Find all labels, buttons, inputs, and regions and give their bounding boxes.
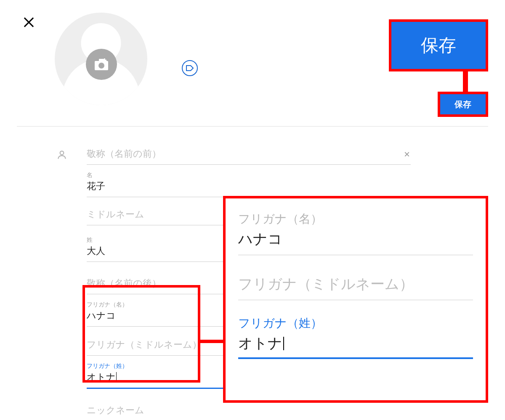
tag-icon: [186, 65, 194, 71]
camera-icon: [94, 58, 109, 71]
camera-add-button[interactable]: [86, 49, 117, 80]
nickname-placeholder: ニックネーム: [87, 405, 144, 415]
text-caret: [116, 372, 117, 381]
mag-text-caret: [283, 337, 284, 350]
annotation-magnified-panel: フリガナ（名） ハナコ フリガナ（ミドルネーム） フリガナ（姓） オトナ: [223, 196, 488, 403]
person-icon: [56, 149, 67, 162]
close-button[interactable]: [23, 17, 34, 28]
mag-phonetic-middle: フリガナ（ミドルネーム）: [238, 272, 473, 300]
prefix-placeholder: 敬称（名前の前）: [87, 148, 161, 159]
annotation-save-highlight: 保存: [389, 19, 488, 71]
phonetic-given-value: ハナコ: [87, 310, 116, 321]
mag-phonetic-family-label: フリガナ（姓）: [238, 315, 473, 331]
annotation-magnify-connector: [199, 340, 224, 343]
save-button[interactable]: 保存: [391, 22, 486, 69]
given-name-value: 花子: [87, 181, 105, 191]
header-divider: [17, 126, 488, 127]
label-tag-button[interactable]: [182, 60, 198, 76]
svg-point-2: [98, 63, 104, 69]
nickname-field[interactable]: ニックネーム: [87, 402, 411, 420]
annotation-connector: [463, 71, 468, 92]
mag-phonetic-family: フリガナ（姓） オトナ: [238, 313, 473, 359]
save-button-original[interactable]: 保存: [440, 94, 486, 114]
family-name-value: 大人: [87, 246, 105, 256]
given-name-label: 名: [87, 172, 411, 179]
annotation-save-small-highlight: 保存: [438, 92, 488, 117]
prefix-field[interactable]: 敬称（名前の前） ×: [87, 145, 411, 165]
mag-phonetic-family-value: オトナ: [238, 335, 282, 351]
mag-phonetic-given-value: ハナコ: [238, 231, 282, 247]
phonetic-family-value: オトナ: [87, 372, 116, 382]
clear-icon[interactable]: ×: [404, 148, 410, 160]
mag-phonetic-given-label: フリガナ（名）: [238, 211, 473, 227]
mag-phonetic-given: フリガナ（名） ハナコ: [238, 209, 473, 255]
phonetic-middle-placeholder: フリガナ（ミドルネーム）: [87, 339, 202, 350]
svg-point-5: [60, 151, 64, 155]
middle-name-placeholder: ミドルネーム: [87, 209, 144, 219]
given-name-field[interactable]: 名 花子: [87, 169, 411, 197]
svg-rect-4: [103, 60, 106, 61]
suffix-placeholder: 敬称（名前の後）: [87, 278, 161, 288]
